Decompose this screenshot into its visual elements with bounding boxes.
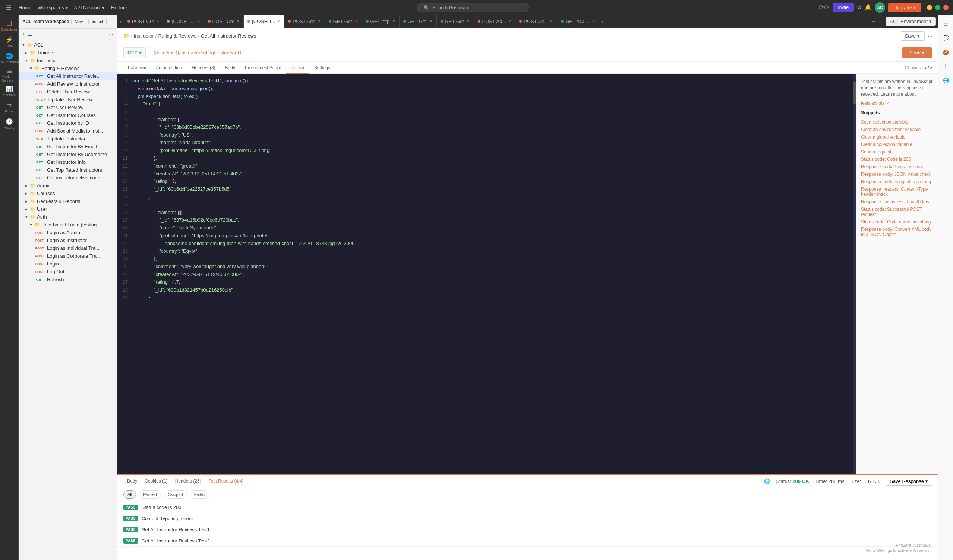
sidebar-item-mock-servers[interactable]: ☁ Mock Servers bbox=[2, 67, 17, 82]
menu-workspaces[interactable]: Workspaces ▾ bbox=[38, 5, 68, 11]
tab-get-acl[interactable]: GET ACL... ✕ bbox=[557, 15, 599, 28]
tab-prerequest[interactable]: Pre-request Script bbox=[241, 62, 286, 74]
tree-folder-auth[interactable]: ▼ 📁 Auth bbox=[19, 213, 117, 221]
tab-get-http[interactable]: GET http ✕ bbox=[362, 15, 399, 28]
tab-close-12[interactable]: ✕ bbox=[592, 19, 595, 24]
save-button[interactable]: Save ▾ bbox=[900, 31, 925, 40]
tab-params[interactable]: Params● bbox=[123, 62, 151, 74]
tree-item-get-instructor-id[interactable]: GET Get Instructor by ID bbox=[19, 119, 117, 127]
menu-api-network[interactable]: API Network ▾ bbox=[74, 5, 105, 11]
snippet-status-200[interactable]: Status code: Code is 200 bbox=[861, 156, 934, 163]
tree-item-login-corporate[interactable]: POST Login as Corporate Trai... bbox=[19, 252, 117, 260]
snippet-clear-collection-var[interactable]: Clear a collection variable bbox=[861, 141, 934, 148]
tree-folder-role-login[interactable]: ▼ 📁 Role-based Login (testing... bbox=[19, 221, 117, 229]
tree-item-get-instructor-courses[interactable]: GET Get Instructor Courses bbox=[19, 111, 117, 119]
minimize-button[interactable]: — bbox=[927, 5, 932, 10]
tree-item-get-by-username[interactable]: GET Get Instructor By Username bbox=[19, 150, 117, 158]
snippet-code-name-string[interactable]: Status code: Code name has string bbox=[861, 218, 934, 226]
send-button[interactable]: Send ▾ bbox=[902, 47, 932, 58]
tree-folder-requests[interactable]: ▶ 📁 Requests & Reports bbox=[19, 197, 117, 205]
resp-tab-headers[interactable]: Headers (25) bbox=[171, 475, 205, 487]
new-button[interactable]: New bbox=[71, 18, 86, 25]
tab-prev-button[interactable]: ‹ bbox=[117, 19, 124, 25]
tab-post-ad-2[interactable]: POST Ad... ✕ bbox=[515, 15, 557, 28]
snippet-send-request[interactable]: Send a request bbox=[861, 148, 934, 156]
tree-folder-courses[interactable]: ▶ 📁 Courses bbox=[19, 190, 117, 197]
tree-folder-user[interactable]: ▶ 📁 User bbox=[19, 205, 117, 213]
tab-tests[interactable]: Tests bbox=[286, 62, 309, 74]
tab-overflow-button[interactable]: ··· bbox=[877, 19, 885, 24]
snippet-set-collection-var[interactable]: Set a collection variable bbox=[861, 118, 934, 126]
tree-item-login-individual[interactable]: POST Login as Individual Trai... bbox=[19, 244, 117, 252]
tests-scripts-link[interactable]: tests scripts ↗ bbox=[861, 101, 889, 106]
new-tab-button[interactable]: + bbox=[872, 18, 875, 25]
resp-tab-cookies[interactable]: Cookies (1) bbox=[141, 475, 171, 487]
tab-get-get-2[interactable]: GET Get ✕ bbox=[399, 15, 437, 28]
settings-icon[interactable]: ⚙ bbox=[857, 4, 862, 11]
tab-close-10[interactable]: ✕ bbox=[508, 19, 511, 24]
snippet-json-value-check[interactable]: Response body: JSON value check bbox=[861, 170, 934, 178]
tree-item-add-review[interactable]: POST Add Review to Instructor bbox=[19, 80, 117, 88]
tab-close-5[interactable]: ✕ bbox=[318, 19, 321, 24]
right-sb-globe-button[interactable]: 🌐 bbox=[940, 74, 952, 87]
tree-folder-instructor[interactable]: ▼ 📁 Instructor bbox=[19, 57, 117, 64]
editor-scrollbar[interactable] bbox=[853, 74, 856, 474]
tab-close-8[interactable]: ✕ bbox=[429, 19, 433, 24]
snippet-equal-string[interactable]: Response body: Is equal to a string bbox=[861, 178, 934, 186]
tree-item-get-by-email[interactable]: GET Get Instructor By Email bbox=[19, 142, 117, 150]
snippet-clear-global-var[interactable]: Clear a global variable bbox=[861, 133, 934, 141]
tree-item-refresh[interactable]: GET Refresh bbox=[19, 275, 117, 283]
tree-item-active-count[interactable]: GET Get instuctor active count bbox=[19, 174, 117, 182]
snippet-content-type-header[interactable]: Response headers: Content-Type header ch… bbox=[861, 186, 934, 198]
close-button[interactable]: ✕ bbox=[943, 5, 948, 10]
tree-item-add-social-media[interactable]: POST Add Social Media to Instr... bbox=[19, 127, 117, 135]
more-request-options[interactable]: ··· bbox=[928, 33, 932, 39]
tab-close-1[interactable]: ✕ bbox=[156, 19, 159, 24]
tab-get-get-3[interactable]: GET Get ✕ bbox=[437, 15, 474, 28]
tab-close-2[interactable]: ✕ bbox=[197, 19, 200, 24]
tree-item-get-user-review[interactable]: GET Get User Review bbox=[19, 104, 117, 111]
environment-selector[interactable]: ACL Environment ▾ bbox=[886, 17, 936, 26]
sidebar-item-flows[interactable]: ⇉ Flows bbox=[2, 100, 17, 114]
tree-item-login-admin[interactable]: POST Login as Admin bbox=[19, 229, 117, 237]
tab-settings[interactable]: Settings bbox=[310, 62, 335, 74]
tree-folder-rating-reviews[interactable]: ▼ 📁 Rating & Reviews bbox=[19, 64, 117, 72]
tab-conflict-active[interactable]: [CONFLI... ✕ bbox=[244, 15, 284, 28]
tab-close-4[interactable]: ✕ bbox=[277, 19, 280, 24]
menu-home[interactable]: Home bbox=[19, 5, 32, 11]
menu-explore[interactable]: Explore bbox=[111, 5, 127, 11]
tree-item-top-rated[interactable]: GET Get Top Rated Instructors bbox=[19, 166, 117, 174]
right-sb-cookie-button[interactable]: 🍪 bbox=[940, 46, 952, 58]
tree-item-login[interactable]: POST Login bbox=[19, 260, 117, 268]
url-input[interactable]: {{localhost}}/instructor/rating/:instruc… bbox=[149, 47, 899, 59]
tab-body[interactable]: Body bbox=[220, 62, 240, 74]
tab-get-get-1[interactable]: GET Get ✕ bbox=[325, 15, 362, 28]
more-options-button[interactable]: ··· bbox=[109, 19, 113, 25]
snippet-clear-env-var[interactable]: Clear an environment variable bbox=[861, 126, 934, 133]
save-response-button[interactable]: Save Response ▾ bbox=[886, 477, 932, 486]
tab-post-cre-1[interactable]: POST Cre ✕ bbox=[124, 15, 164, 28]
method-selector[interactable]: GET ▾ bbox=[123, 47, 146, 58]
tab-close-3[interactable]: ✕ bbox=[236, 19, 240, 24]
sidebar-item-environments[interactable]: 🌐 Environments bbox=[2, 51, 17, 65]
sidebar-item-apis[interactable]: ⚡ APIs bbox=[2, 34, 17, 49]
snippet-xml-to-json[interactable]: Response body: Convert XML body to a JSO… bbox=[861, 226, 934, 238]
hamburger-menu[interactable]: ☰ bbox=[5, 3, 13, 13]
tree-item-get-info[interactable]: GET Get Instructor Info bbox=[19, 158, 117, 166]
tab-next-button[interactable]: › bbox=[599, 19, 605, 25]
tree-folder-admin[interactable]: ▶ 📁 Admin bbox=[19, 182, 117, 190]
sidebar-item-history[interactable]: 🕐 History bbox=[2, 116, 17, 131]
tab-close-7[interactable]: ✕ bbox=[392, 19, 396, 24]
code-editor[interactable]: 12345 678910 1112131415 1617181920 21222… bbox=[117, 74, 856, 474]
filter-failed[interactable]: Failed bbox=[190, 490, 210, 498]
code-view-button[interactable]: </> bbox=[925, 65, 932, 71]
tree-folder-trainee[interactable]: ▶ 📁 Trainee bbox=[19, 49, 117, 57]
tree-item-login-instructor[interactable]: POST Login as Instructor bbox=[19, 237, 117, 244]
tree-item-get-all-reviews[interactable]: GET Get All Instructor Revie... bbox=[19, 72, 117, 80]
breadcrumb-instructor[interactable]: Instructor bbox=[134, 33, 154, 39]
filter-button[interactable]: ☰ bbox=[28, 31, 33, 37]
tab-headers[interactable]: Headers (8) bbox=[187, 62, 219, 74]
breadcrumb-rating[interactable]: Rating & Reviews bbox=[158, 33, 196, 39]
tab-close-11[interactable]: ✕ bbox=[550, 19, 553, 24]
panel-options-button[interactable]: ··· bbox=[109, 31, 113, 37]
